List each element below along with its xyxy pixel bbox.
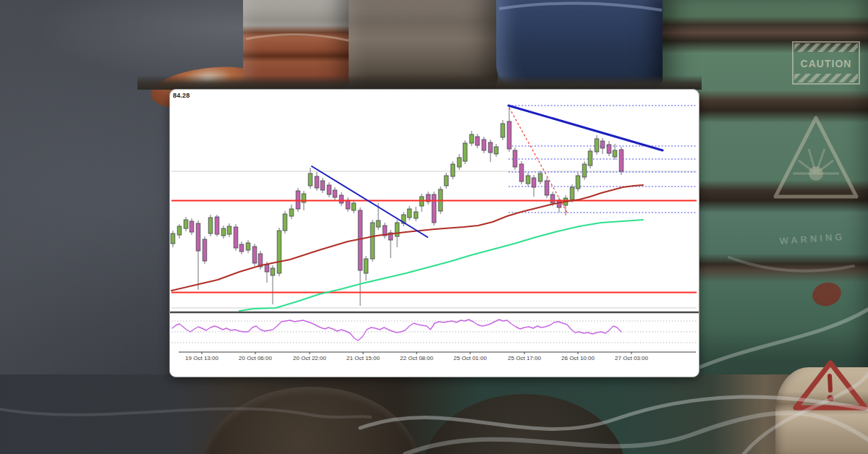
candle-body xyxy=(407,209,412,218)
candle-body xyxy=(570,187,574,200)
candle-body xyxy=(246,243,250,250)
candle-body xyxy=(588,151,592,166)
candle-body xyxy=(519,164,524,181)
candle-body xyxy=(190,221,194,232)
beige-barrel xyxy=(775,367,868,454)
candle-body xyxy=(184,220,188,228)
candle-body xyxy=(277,231,281,273)
candle-body xyxy=(550,194,555,203)
candle-body xyxy=(501,124,505,137)
candle-body xyxy=(265,265,269,272)
candle-body xyxy=(457,158,461,167)
price-chart: 19 Oct 13:0020 Oct 06:0020 Oct 22:0021 O… xyxy=(170,90,699,377)
candle-body xyxy=(526,176,530,184)
candle-body xyxy=(352,203,356,210)
candle-body xyxy=(196,223,200,251)
candle-body xyxy=(227,226,231,234)
candle-body xyxy=(171,234,175,244)
candle-body xyxy=(582,164,587,177)
candle-body xyxy=(576,176,580,189)
candle-body xyxy=(203,239,207,261)
shadow-band xyxy=(137,75,702,90)
candle-body xyxy=(595,139,599,152)
candle-body xyxy=(451,164,455,176)
candle-body xyxy=(364,259,368,273)
x-axis-label: 22 Oct 08:00 xyxy=(400,355,433,361)
candle-body xyxy=(215,217,219,234)
candle-body xyxy=(613,150,617,157)
candle-body xyxy=(538,174,542,181)
candle-body xyxy=(283,214,287,231)
candle-body xyxy=(607,145,611,153)
candle-body xyxy=(488,142,493,153)
candle-body xyxy=(370,223,375,259)
candle-body xyxy=(395,223,399,236)
candle-body xyxy=(475,137,480,145)
candle-body xyxy=(532,178,536,187)
candle-body xyxy=(252,247,257,263)
green-moving-average xyxy=(239,220,643,311)
candle-body xyxy=(444,176,448,186)
candle-body xyxy=(271,268,275,275)
oscillator-line xyxy=(172,320,621,340)
candle-body xyxy=(177,226,182,235)
candle-body xyxy=(308,174,312,186)
trendline-2 xyxy=(509,106,663,150)
candle-body xyxy=(327,185,331,194)
candle-body xyxy=(289,209,294,216)
candle-body xyxy=(469,134,474,143)
x-axis-label: 20 Oct 22:00 xyxy=(293,355,326,361)
x-axis-label: 21 Oct 15:00 xyxy=(346,355,380,361)
candle-body xyxy=(358,210,362,270)
candle-body xyxy=(619,150,624,171)
candle-body xyxy=(346,200,350,209)
candle-body xyxy=(239,244,244,252)
candle-body xyxy=(545,181,549,195)
candle-body xyxy=(320,181,325,190)
candle-body xyxy=(315,176,319,188)
x-axis-label: 26 Oct 10:00 xyxy=(561,355,595,361)
candle-body xyxy=(513,150,517,167)
x-axis-label: 20 Oct 06:00 xyxy=(239,355,272,361)
x-axis-label: 19 Oct 13:00 xyxy=(185,355,218,361)
chart-card: 19 Oct 13:0020 Oct 06:0020 Oct 22:0021 O… xyxy=(169,89,699,377)
candle-body xyxy=(432,194,436,223)
candle-body xyxy=(494,147,498,154)
candle-body xyxy=(507,121,511,149)
candle-body xyxy=(339,195,344,203)
candle-body xyxy=(463,143,467,161)
measured-move-line xyxy=(509,108,567,213)
last-price-label: 84.28 xyxy=(173,92,190,99)
candle-body xyxy=(221,228,226,236)
screenshot-root: CAUTION WARNING 19 Oct 13:0020 Oct 0 xyxy=(0,0,868,454)
candle-body xyxy=(234,227,238,248)
candle-body xyxy=(333,190,337,197)
x-axis-label: 27 Oct 03:00 xyxy=(615,355,648,361)
trendline-1 xyxy=(312,166,427,237)
x-axis-label: 25 Oct 17:00 xyxy=(508,355,541,361)
candle-body xyxy=(208,218,213,234)
candle-body xyxy=(414,212,418,218)
x-axis-label: 25 Oct 01:00 xyxy=(454,355,487,361)
candle-body xyxy=(376,220,380,227)
candle-body xyxy=(600,141,605,148)
candle-body xyxy=(482,140,486,150)
